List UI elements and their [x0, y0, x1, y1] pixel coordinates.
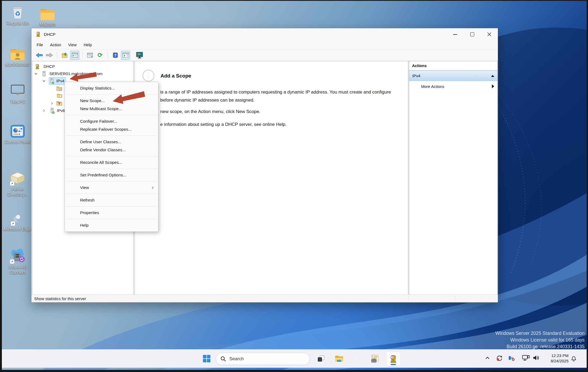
server-manager-button[interactable]	[370, 353, 381, 365]
menu-item-help[interactable]: Help	[65, 221, 158, 229]
desktop-icon-azure-ad-connect[interactable]: Azure AD Connect	[2, 247, 33, 275]
export-list-button[interactable]	[60, 51, 69, 60]
funnel-overlay-icon	[58, 102, 61, 105]
menu-item-define-user-classes[interactable]: Define User Classes...	[65, 138, 158, 146]
menu-item-display-statistics[interactable]: Display Statistics...	[65, 84, 158, 92]
search-icon	[220, 356, 226, 362]
tree-label: IPv6	[57, 108, 65, 113]
desktop-icon-this-pc[interactable]: This PC	[2, 82, 33, 105]
desktop-icon-malcolm[interactable]: Malcolm	[32, 4, 63, 27]
close-icon	[487, 32, 491, 36]
launch-console-window-button[interactable]	[135, 51, 144, 60]
minimize-button[interactable]	[446, 28, 464, 40]
chevron-down-icon[interactable]	[34, 72, 38, 76]
chevron-right-icon[interactable]	[42, 109, 46, 113]
show-console-tree-button[interactable]	[70, 51, 79, 60]
title-bar[interactable]: DHCP	[32, 28, 498, 40]
menu-separator	[65, 135, 158, 136]
edge-button[interactable]	[351, 353, 363, 365]
tree-node-folder-1[interactable]	[56, 85, 62, 92]
desktop-icon-administrator[interactable]: administrator	[2, 44, 33, 67]
taskbar: Search 12:23 PM 8/24/2025	[2, 349, 587, 368]
server-icon	[42, 71, 46, 77]
dhcp-taskbar-button[interactable]	[386, 352, 401, 366]
collapse-icon[interactable]	[491, 75, 494, 77]
console-tree-icon	[72, 52, 78, 59]
tree-node-ipv4[interactable]: IPv4	[42, 77, 66, 84]
control-panel-icon	[10, 122, 25, 138]
taskbar-clock[interactable]: 12:23 PM 8/24/2025	[542, 353, 569, 364]
detail-heading: Add a Scope	[160, 73, 191, 79]
taskbar-search[interactable]: Search	[216, 353, 310, 365]
desktop-icon-label: Recycle Bin	[6, 21, 29, 26]
tray-sync-status[interactable]	[496, 355, 503, 362]
menu-file[interactable]: File	[33, 41, 46, 48]
menu-item-new-scope[interactable]: New Scope...	[65, 97, 158, 105]
desktop-icon-control-panel[interactable]: Control Panel	[2, 122, 33, 145]
edge-icon	[352, 354, 362, 363]
forward-icon	[46, 53, 53, 58]
status-bar: Show statistics for this server	[32, 294, 498, 302]
tray-network[interactable]	[522, 355, 530, 361]
detail-text-line: is a range of IP addresses assigned to c…	[160, 90, 391, 95]
submenu-chevron-icon	[151, 186, 154, 189]
maximize-button[interactable]	[464, 28, 481, 40]
search-label: Search	[229, 356, 244, 362]
tray-overflow-button[interactable]	[485, 356, 490, 359]
menu-item-define-vendor-classes[interactable]: Define Vendor Classes...	[65, 146, 158, 154]
menu-item-set-predefined-options[interactable]: Set Predefined Options...	[65, 171, 158, 179]
menu-item-reconcile-all-scopes[interactable]: Reconcile All Scopes...	[65, 158, 158, 166]
dhcp-root-icon	[34, 64, 40, 69]
action-pane-icon	[122, 52, 129, 59]
more-actions-item[interactable]: More Actions	[409, 81, 497, 92]
start-button[interactable]	[201, 353, 213, 365]
desktop-icon-label: Malcolm	[40, 22, 56, 27]
close-button[interactable]	[481, 28, 498, 40]
show-action-pane-button[interactable]	[121, 51, 130, 60]
menu-separator	[65, 206, 158, 207]
menu-item-replicate-failover-scopes[interactable]: Replicate Failover Scopes...	[65, 125, 158, 133]
tray-date: 8/24/2025	[542, 358, 569, 364]
chevron-down-icon[interactable]	[42, 79, 46, 83]
tree-node-ipv6[interactable]: IPv6	[42, 107, 65, 114]
menu-bar: File Action View Help	[32, 40, 498, 49]
tree-node-server[interactable]: SERVER01.malcolmsoto.com	[34, 70, 103, 77]
tree-node-folder-filters[interactable]	[50, 100, 62, 107]
recycle-bin-icon	[11, 3, 24, 20]
tree-node-dhcp-root[interactable]: DHCP	[34, 63, 55, 70]
menu-help[interactable]: Help	[80, 41, 95, 48]
tree-node-folder-2[interactable]	[57, 92, 62, 99]
refresh-button[interactable]: ⟳	[96, 51, 105, 60]
actions-group-ipv4[interactable]: IPv4	[409, 71, 497, 81]
properties-button[interactable]	[85, 51, 95, 60]
menu-item-new-multicast-scope[interactable]: New Multicast Scope...	[65, 105, 158, 113]
file-explorer-button[interactable]	[333, 353, 345, 365]
desktop-icon-recycle-bin[interactable]: Recycle Bin	[2, 3, 33, 26]
desktop-icon-microsoft-edge[interactable]: Microsoft Edge	[2, 209, 33, 232]
menu-item-refresh[interactable]: Refresh	[65, 196, 158, 204]
tree-label: IPv4	[56, 79, 64, 83]
menu-item-configure-failover[interactable]: Configure Failover...	[65, 117, 158, 125]
back-button[interactable]	[35, 51, 44, 60]
menu-action[interactable]: Action	[46, 41, 65, 48]
menu-item-properties[interactable]: Properties	[65, 209, 158, 217]
more-actions-label: More Actions	[421, 84, 444, 89]
menu-view[interactable]: View	[65, 41, 80, 48]
help-button[interactable]	[111, 51, 120, 60]
azure-ad-connect-icon	[9, 247, 26, 263]
tree-selection-ipv4[interactable]: IPv4	[49, 77, 66, 85]
chevron-right-icon[interactable]	[50, 102, 54, 105]
menu-separator	[65, 219, 158, 219]
tray-volume[interactable]	[533, 355, 540, 361]
forward-button[interactable]	[45, 51, 54, 60]
tray-azure-ad-sync[interactable]	[508, 355, 515, 361]
active-app-indicator	[391, 364, 396, 365]
desktop-icon-active-directory[interactable]: Active Directory...	[2, 169, 33, 197]
task-view-button[interactable]	[315, 353, 327, 365]
tree-label: SERVER01.malcolmsoto.com	[49, 71, 103, 76]
menu-item-view[interactable]: View	[65, 184, 158, 192]
notification-center-button[interactable]	[571, 355, 577, 362]
file-explorer-icon	[335, 355, 343, 362]
bell-icon	[571, 355, 577, 362]
submenu-arrow-icon	[492, 84, 494, 88]
